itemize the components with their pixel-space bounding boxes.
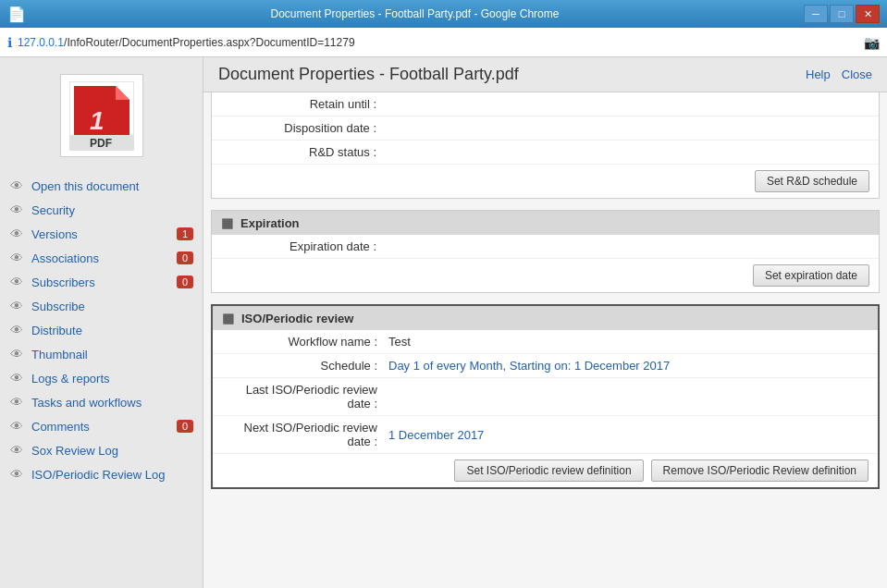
retain-until-row: Retain until : (212, 92, 879, 116)
eye-icon-security: 👁 (9, 202, 24, 217)
eye-icon-subscribe: 👁 (9, 299, 24, 313)
disposition-date-label: Disposition date : (221, 121, 388, 135)
sidebar-item-comments[interactable]: 👁 Comments 0 (0, 414, 203, 438)
sidebar-label-versions: Versions (31, 227, 169, 241)
eye-icon-logs: 👁 (9, 371, 24, 386)
url-domain: 127.0.0.1 (18, 36, 64, 49)
retain-until-label: Retain until : (221, 97, 388, 111)
comments-badge: 0 (177, 420, 193, 433)
rd-status-label: R&D status : (221, 145, 388, 159)
eye-icon-distribute: 👁 (9, 323, 24, 337)
app-icon: 📄 (7, 6, 26, 23)
sidebar-item-versions[interactable]: 👁 Versions 1 (0, 222, 203, 246)
sidebar-item-sox-review-log[interactable]: 👁 Sox Review Log (0, 438, 203, 462)
pdf-svg: 1 PDF (69, 81, 134, 151)
next-review-value: 1 December 2017 (388, 428, 869, 442)
associations-badge: 0 (177, 251, 193, 264)
sidebar-label-logs-reports: Logs & reports (31, 372, 193, 386)
sidebar-item-tasks-workflows[interactable]: 👁 Tasks and workflows (0, 390, 203, 414)
sidebar-item-associations[interactable]: 👁 Associations 0 (0, 246, 203, 270)
sidebar-label-iso-periodic-review-log: ISO/Periodic Review Log (31, 468, 193, 482)
minimize-button[interactable]: ─ (804, 5, 828, 23)
camera-icon: 📷 (864, 35, 880, 50)
sidebar-item-logs-reports[interactable]: 👁 Logs & reports (0, 366, 203, 390)
close-link[interactable]: Close (842, 67, 872, 81)
versions-badge: 1 (177, 227, 193, 240)
info-icon: ℹ (7, 35, 12, 50)
sidebar-item-security[interactable]: 👁 Security (0, 198, 203, 222)
eye-icon-comments: 👁 (9, 419, 24, 434)
maximize-button[interactable]: □ (830, 5, 854, 23)
sidebar-item-open-document[interactable]: 👁 Open this document (0, 174, 203, 198)
set-iso-definition-button[interactable]: Set ISO/Periodic review definition (454, 459, 643, 482)
remove-iso-definition-button[interactable]: Remove ISO/Periodic Review definition (651, 459, 869, 482)
retain-section: Retain until : Disposition date : R&D st… (211, 92, 880, 199)
schedule-label: Schedule : (222, 359, 388, 373)
eye-icon-associations: 👁 (9, 251, 24, 265)
iso-section-icon: ▦ (222, 311, 234, 325)
sidebar-label-security: Security (31, 203, 193, 217)
expiration-button-row: Set expiration date (212, 259, 879, 292)
sidebar-label-comments: Comments (31, 420, 169, 434)
next-review-label: Next ISO/Periodic review date : (222, 421, 388, 448)
help-link[interactable]: Help (806, 67, 831, 81)
expiration-date-row: Expiration date : (212, 235, 879, 259)
iso-section: ▦ ISO/Periodic review Workflow name : Te… (211, 304, 880, 489)
content-header: Document Properties - Football Party.pdf… (203, 57, 887, 92)
next-review-row: Next ISO/Periodic review date : 1 Decemb… (213, 416, 878, 454)
schedule-row: Schedule : Day 1 of every Month, Startin… (213, 354, 878, 378)
sidebar-label-subscribers: Subscribers (31, 276, 169, 289)
sidebar-label-distribute: Distribute (31, 324, 193, 337)
iso-section-title: ISO/Periodic review (241, 312, 353, 325)
pdf-thumbnail: 1 PDF (60, 74, 143, 157)
title-bar-left: 📄 (7, 6, 26, 23)
last-review-row: Last ISO/Periodic review date : (213, 378, 878, 416)
sidebar-item-iso-periodic-review-log[interactable]: 👁 ISO/Periodic Review Log (0, 462, 203, 486)
eye-icon-thumbnail: 👁 (9, 347, 24, 361)
sidebar-label-thumbnail: Thumbnail (31, 348, 193, 361)
workflow-name-row: Workflow name : Test (213, 330, 878, 354)
expiration-date-label: Expiration date : (221, 239, 388, 253)
expiration-section-icon: ▦ (221, 215, 233, 230)
main-container: 1 PDF 👁 Open this document 👁 Security 👁 … (0, 57, 887, 588)
eye-icon-versions: 👁 (9, 227, 24, 241)
eye-icon-tasks: 👁 (9, 395, 24, 410)
workflow-name-label: Workflow name : (222, 335, 388, 349)
sidebar-item-subscribe[interactable]: 👁 Subscribe (0, 294, 203, 318)
eye-icon-subscribers: 👁 (9, 275, 24, 289)
window-close-button[interactable]: ✕ (856, 5, 880, 23)
header-links: Help Close (806, 67, 872, 81)
sidebar-label-tasks-workflows: Tasks and workflows (31, 396, 193, 410)
svg-text:PDF: PDF (90, 137, 112, 150)
sidebar-item-subscribers[interactable]: 👁 Subscribers 0 (0, 270, 203, 294)
set-rd-schedule-button[interactable]: Set R&D schedule (755, 170, 869, 192)
workflow-name-value: Test (388, 335, 869, 349)
last-review-label: Last ISO/Periodic review date : (222, 383, 388, 410)
title-bar-controls: ─ □ ✕ (804, 5, 880, 23)
page-title: Document Properties - Football Party.pdf (218, 65, 519, 84)
eye-icon: 👁 (9, 178, 24, 193)
sidebar-item-thumbnail[interactable]: 👁 Thumbnail (0, 342, 203, 366)
sidebar: 1 PDF 👁 Open this document 👁 Security 👁 … (0, 57, 203, 588)
eye-icon-sox: 👁 (9, 443, 24, 458)
disposition-date-row: Disposition date : (212, 116, 879, 141)
address-bar: ℹ 127.0.0.1/InfoRouter/DocumentPropertie… (0, 28, 887, 57)
rd-button-row: Set R&D schedule (212, 165, 879, 198)
expiration-section: ▦ Expiration Expiration date : Set expir… (211, 210, 880, 293)
content-scroll[interactable]: Retain until : Disposition date : R&D st… (203, 92, 887, 588)
subscribers-badge: 0 (177, 276, 193, 288)
expiration-section-header: ▦ Expiration (212, 211, 879, 235)
content-area: Document Properties - Football Party.pdf… (203, 57, 887, 588)
expiration-section-title: Expiration (240, 216, 300, 230)
sidebar-label-sox-review-log: Sox Review Log (31, 444, 193, 458)
schedule-value: Day 1 of every Month, Starting on: 1 Dec… (388, 359, 869, 373)
pdf-icon-area: 1 PDF (0, 65, 203, 166)
set-expiration-date-button[interactable]: Set expiration date (753, 264, 869, 287)
sidebar-item-distribute[interactable]: 👁 Distribute (0, 318, 203, 342)
sidebar-label-open-document: Open this document (31, 179, 193, 193)
url-path: /InfoRouter/DocumentProperties.aspx?Docu… (64, 36, 355, 49)
sidebar-label-subscribe: Subscribe (31, 300, 193, 313)
iso-section-header: ▦ ISO/Periodic review (213, 306, 878, 330)
title-bar: 📄 Document Properties - Football Party.p… (0, 0, 887, 28)
sidebar-label-associations: Associations (31, 251, 169, 265)
